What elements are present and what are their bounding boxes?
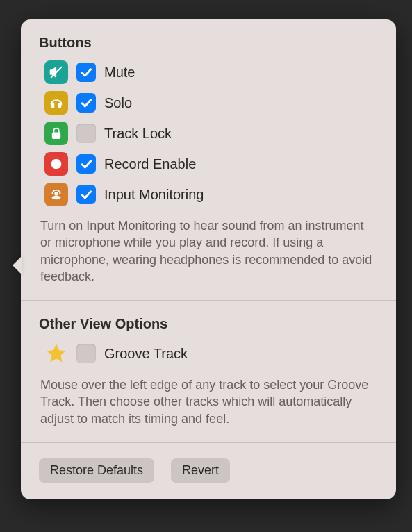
checkbox-solo[interactable] — [76, 93, 96, 113]
mute-icon — [44, 60, 68, 84]
button-bar: Restore Defaults Revert — [39, 458, 378, 483]
checkbox-mute[interactable] — [76, 63, 96, 82]
buttons-description: Turn on Input Monitoring to hear sound f… — [40, 217, 377, 285]
label-track-lock: Track Lock — [104, 126, 172, 142]
option-row-solo: Solo — [44, 90, 378, 116]
revert-button[interactable]: Revert — [171, 458, 230, 483]
option-row-mute: Mute — [44, 59, 378, 85]
svg-point-2 — [51, 159, 62, 169]
lock-icon — [44, 122, 68, 145]
checkbox-record-enable[interactable] — [76, 154, 96, 174]
svg-point-3 — [52, 196, 61, 200]
other-description: Mouse over the left edge of any track to… — [40, 376, 377, 427]
record-icon — [44, 152, 68, 176]
star-icon — [44, 342, 68, 365]
restore-defaults-button[interactable]: Restore Defaults — [39, 458, 154, 483]
option-row-record-enable: Record Enable — [44, 151, 378, 177]
section-title-other: Other View Options — [39, 316, 378, 332]
svg-point-4 — [54, 192, 58, 196]
divider — [21, 300, 396, 301]
label-solo: Solo — [104, 95, 132, 111]
svg-rect-1 — [53, 133, 60, 138]
label-input-monitoring: Input Monitoring — [104, 187, 204, 203]
divider — [21, 442, 396, 443]
option-row-groove-track: Groove Track — [44, 340, 378, 367]
checkbox-groove-track[interactable] — [76, 344, 96, 363]
option-row-input-monitoring: Input Monitoring — [44, 181, 378, 208]
checkbox-track-lock[interactable] — [76, 124, 96, 143]
label-mute: Mute — [104, 65, 135, 81]
option-row-track-lock: Track Lock — [44, 120, 378, 147]
input-monitoring-icon — [44, 183, 68, 206]
solo-icon — [44, 91, 68, 115]
label-groove-track: Groove Track — [104, 346, 188, 362]
svg-marker-5 — [48, 345, 65, 362]
checkbox-input-monitoring[interactable] — [76, 185, 96, 204]
section-title-buttons: Buttons — [39, 35, 378, 51]
label-record-enable: Record Enable — [104, 156, 196, 172]
track-header-config-popover: Buttons Mute Solo — [21, 19, 396, 499]
